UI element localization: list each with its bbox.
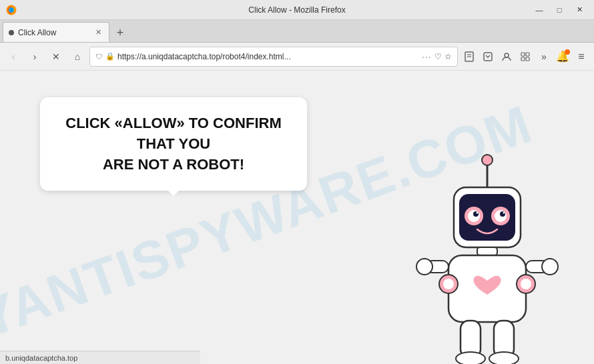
minimize-button[interactable]: — bbox=[530, 3, 549, 17]
shield-icon: 🛡 bbox=[95, 53, 103, 61]
page-content: MYANTISPYWARE.COM CLICK «ALLOW» TO CONFI… bbox=[0, 71, 594, 364]
url-text: https://a.uniqdatacaptcha.top/robot4/ind… bbox=[117, 52, 419, 61]
svg-point-26 bbox=[443, 279, 454, 289]
heart-icon: ♡ bbox=[434, 52, 442, 61]
tab-bar: Click Allow ✕ + bbox=[0, 20, 594, 43]
svg-point-22 bbox=[503, 212, 505, 214]
svg-point-36 bbox=[489, 352, 519, 364]
address-bar[interactable]: 🛡 🔒 https://a.uniqdatacaptcha.top/robot4… bbox=[89, 47, 458, 67]
home-button[interactable]: ⌂ bbox=[68, 47, 87, 66]
speech-bubble: CLICK «ALLOW» TO CONFIRM THAT YOU ARE NO… bbox=[40, 97, 307, 191]
more-options-icon: ··· bbox=[422, 51, 432, 62]
notification-icon[interactable]: 🔔 bbox=[554, 48, 571, 65]
robot-illustration bbox=[400, 151, 574, 364]
svg-point-28 bbox=[521, 279, 531, 289]
hamburger-menu-button[interactable]: ≡ bbox=[573, 48, 590, 65]
tab-title: Click Allow bbox=[18, 28, 89, 37]
svg-point-30 bbox=[416, 259, 432, 275]
active-tab[interactable]: Click Allow ✕ bbox=[3, 22, 109, 42]
svg-rect-7 bbox=[521, 53, 525, 56]
extensions-icon[interactable] bbox=[517, 48, 534, 65]
status-url: b.uniqdatacaptcha.top bbox=[5, 354, 77, 362]
svg-rect-10 bbox=[526, 57, 529, 61]
notification-badge bbox=[565, 49, 570, 55]
svg-rect-23 bbox=[477, 247, 497, 255]
bubble-text: CLICK «ALLOW» TO CONFIRM THAT YOU ARE NO… bbox=[61, 113, 286, 175]
titlebar: Click Allow - Mozilla Firefox — □ ✕ bbox=[0, 0, 594, 20]
robot-svg bbox=[400, 151, 574, 364]
svg-point-32 bbox=[542, 259, 558, 275]
nav-bar: ‹ › ✕ ⌂ 🛡 🔒 https://a.uniqdatacaptcha.to… bbox=[0, 43, 594, 71]
bookmarks-icon[interactable] bbox=[461, 48, 478, 65]
svg-point-18 bbox=[495, 210, 507, 222]
nav-right-icons: » 🔔 ≡ bbox=[461, 48, 590, 65]
reload-stop-button[interactable]: ✕ bbox=[47, 47, 65, 66]
bubble-line1: CLICK «ALLOW» TO CONFIRM THAT YOU bbox=[65, 115, 281, 152]
svg-point-6 bbox=[505, 53, 509, 57]
titlebar-left bbox=[5, 4, 17, 16]
maximize-button[interactable]: □ bbox=[550, 3, 569, 17]
account-icon[interactable] bbox=[498, 48, 515, 65]
svg-rect-9 bbox=[521, 57, 525, 61]
svg-point-12 bbox=[482, 155, 493, 165]
tab-close-button[interactable]: ✕ bbox=[93, 27, 103, 38]
overflow-button[interactable]: » bbox=[535, 48, 553, 65]
back-button[interactable]: ‹ bbox=[4, 47, 23, 66]
close-button[interactable]: ✕ bbox=[570, 3, 589, 17]
svg-point-34 bbox=[456, 352, 485, 364]
star-icon: ☆ bbox=[444, 52, 452, 61]
tab-favicon-dot bbox=[9, 30, 14, 35]
svg-rect-8 bbox=[526, 53, 529, 56]
titlebar-title: Click Allow - Mozilla Firefox bbox=[248, 5, 345, 15]
lock-icon: 🔒 bbox=[105, 52, 115, 61]
firefox-logo-icon bbox=[5, 4, 17, 16]
pocket-icon[interactable] bbox=[479, 48, 497, 65]
bubble-line2: ARE NOT A ROBOT! bbox=[103, 156, 244, 173]
titlebar-controls: — □ ✕ bbox=[530, 3, 589, 17]
forward-button[interactable]: › bbox=[25, 47, 44, 66]
status-bar: b.uniqdatacaptcha.top bbox=[0, 351, 200, 364]
svg-point-21 bbox=[477, 212, 479, 214]
new-tab-button[interactable]: + bbox=[111, 23, 129, 42]
svg-point-17 bbox=[468, 210, 480, 222]
